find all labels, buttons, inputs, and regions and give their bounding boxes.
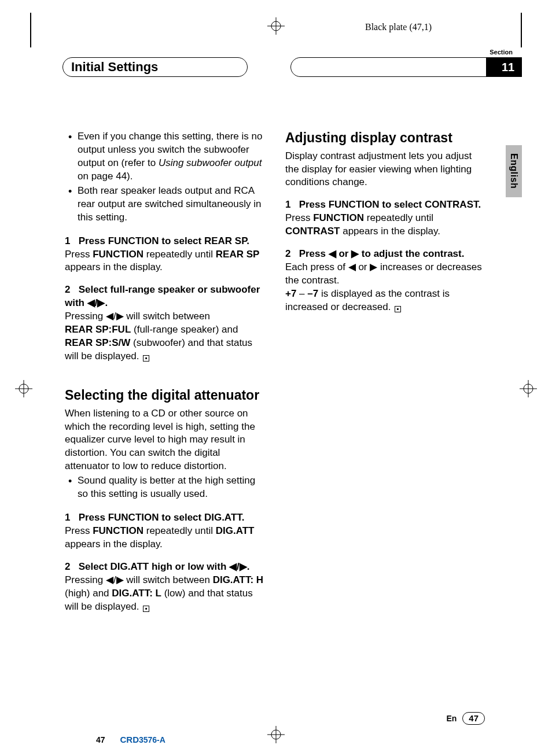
step-block: 1 Press FUNCTION to select DIG.ATT. Pres…	[65, 511, 267, 551]
step-block: 1 Press FUNCTION to select REAR SP. Pres…	[65, 235, 267, 275]
text: (high) and	[65, 588, 112, 599]
arrow-icons: ◀/▶	[106, 574, 124, 585]
text: Press	[65, 249, 93, 260]
arrow-icons: ◀/▶.	[229, 561, 249, 572]
bold-text: +7	[285, 288, 296, 299]
print-page-number: 47	[96, 735, 105, 744]
bold-text: REAR SP:FUL	[65, 324, 131, 335]
doc-id-prefix: CRD	[120, 735, 139, 744]
italic-text: Using subwoofer output	[159, 157, 262, 168]
text: Pressing	[65, 311, 106, 322]
page-title: Initial Settings	[62, 57, 248, 77]
bottom-strip: 47 CRD3576-A	[96, 734, 165, 746]
footer-right: En 47	[446, 712, 485, 725]
bold-text: REAR SP	[216, 249, 260, 260]
footer-lang: En	[446, 713, 457, 724]
step-body: Press FUNCTION repeatedly until CONTRAST…	[285, 212, 487, 238]
end-section-icon	[395, 306, 401, 312]
arrow-icons: ◀/▶	[106, 311, 124, 322]
page-header: Section Initial Settings 11	[30, 49, 522, 84]
heading-display-contrast: Adjusting display contrast	[285, 130, 487, 146]
step-title: Press FUNCTION to select REAR SP.	[79, 235, 249, 246]
text: repeatedly until	[364, 212, 433, 223]
step-title: Press FUNCTION to select DIG.ATT.	[79, 512, 245, 523]
bullet-list: Even if you change this setting, there i…	[65, 130, 267, 224]
doc-id-suffix: 3576-A	[139, 735, 165, 744]
text: appears in the display.	[340, 226, 440, 237]
step-heading: 1 Press FUNCTION to select DIG.ATT.	[65, 511, 267, 525]
step-title: Press FUNCTION to select CONTRAST.	[299, 199, 481, 210]
text: appears in the display.	[65, 261, 163, 272]
step-heading: 2 Select full-range speaker or subwoofer…	[65, 283, 267, 310]
step-block: 2 Select full-range speaker or subwoofer…	[65, 283, 267, 363]
step-title: Press	[299, 248, 329, 259]
step-block: 1 Press FUNCTION to select CONTRAST. Pre…	[285, 198, 487, 238]
text: Press	[65, 525, 93, 536]
section-label: Section	[490, 48, 513, 57]
crop-mark	[521, 13, 522, 47]
language-tab-label: English	[507, 153, 520, 189]
crop-mark	[30, 13, 31, 47]
page-footer: En 47	[65, 707, 487, 725]
bold-text: DIG.ATT	[216, 525, 255, 536]
step-block: 2 Press ◀ or ▶ to adjust the contrast. E…	[285, 248, 487, 314]
step-body: Press FUNCTION repeatedly until DIG.ATT …	[65, 525, 267, 551]
bullet-list: Sound quality is better at the high sett…	[65, 474, 267, 501]
list-item: Sound quality is better at the high sett…	[65, 474, 267, 501]
step-heading: 2 Press ◀ or ▶ to adjust the contrast.	[285, 248, 487, 261]
text: Press	[285, 212, 313, 223]
right-column: Adjusting display contrast Display contr…	[285, 130, 487, 614]
bold-text: –7	[307, 288, 318, 299]
list-item: Even if you change this setting, there i…	[65, 130, 267, 183]
text: Both rear speaker leads output and RCA r…	[78, 185, 262, 223]
text: will switch between	[124, 311, 210, 322]
registration-mark-icon	[267, 17, 285, 35]
plate-label: Black plate (47,1)	[365, 21, 432, 34]
step-body: Each press of ◀ or ▶ increases or decrea…	[285, 261, 487, 314]
end-section-icon	[143, 606, 149, 612]
step-number: 2	[65, 561, 70, 572]
registration-mark-icon	[520, 380, 537, 397]
text: on page 44).	[78, 171, 133, 182]
step-number: 2	[65, 284, 70, 295]
step-body: Pressing ◀/▶ will switch between DIG.ATT…	[65, 574, 267, 614]
step-number: 1	[285, 199, 290, 210]
text: (full-range speaker) and	[131, 324, 238, 335]
bold-text: FUNCTION	[313, 212, 364, 223]
text: –	[296, 288, 307, 299]
bold-text: FUNCTION	[93, 525, 143, 536]
text: repeatedly until	[143, 249, 216, 260]
step-heading: 1 Press FUNCTION to select CONTRAST.	[285, 198, 487, 212]
section-number: 11	[494, 57, 522, 77]
list-item: Both rear speaker leads output and RCA r…	[65, 185, 267, 224]
text: will switch between	[124, 574, 213, 585]
step-body: Pressing ◀/▶ will switch between REAR SP…	[65, 310, 267, 363]
left-column: Even if you change this setting, there i…	[65, 130, 267, 614]
end-section-icon	[143, 355, 149, 362]
step-body: Press FUNCTION repeatedly until REAR SP …	[65, 248, 267, 275]
text: Pressing	[65, 574, 106, 585]
step-block: 2 Select DIG.ATT high or low with ◀/▶. P…	[65, 560, 267, 614]
step-number: 1	[65, 235, 70, 246]
language-tab: English	[506, 145, 522, 197]
bold-text: CONTRAST	[285, 226, 340, 237]
step-heading: 1 Press FUNCTION to select REAR SP.	[65, 235, 267, 248]
footer-page-number: 47	[462, 712, 485, 725]
step-number: 2	[285, 248, 290, 259]
bold-text: FUNCTION	[93, 249, 143, 260]
text: repeatedly until	[143, 525, 216, 536]
step-number: 1	[65, 512, 70, 523]
section-number-pill	[290, 57, 509, 77]
step-title: Select DIG.ATT high or low with	[79, 561, 229, 572]
intro-paragraph: Display contrast adjustment lets you adj…	[285, 150, 487, 190]
text: Each press of	[285, 261, 348, 272]
arrow-icons: ◀/▶.	[87, 297, 108, 308]
arrow-icons: ◀ or ▶	[329, 248, 359, 259]
bold-text: REAR SP:S/W	[65, 337, 130, 348]
bold-text: DIG.ATT: H	[213, 574, 264, 585]
heading-digital-attenuator: Selecting the digital attenuator	[65, 388, 267, 404]
intro-paragraph: When listening to a CD or other source o…	[65, 407, 267, 474]
step-heading: 2 Select DIG.ATT high or low with ◀/▶.	[65, 560, 267, 574]
text: appears in the display.	[65, 539, 163, 550]
step-title: to adjust the contrast.	[359, 248, 464, 259]
